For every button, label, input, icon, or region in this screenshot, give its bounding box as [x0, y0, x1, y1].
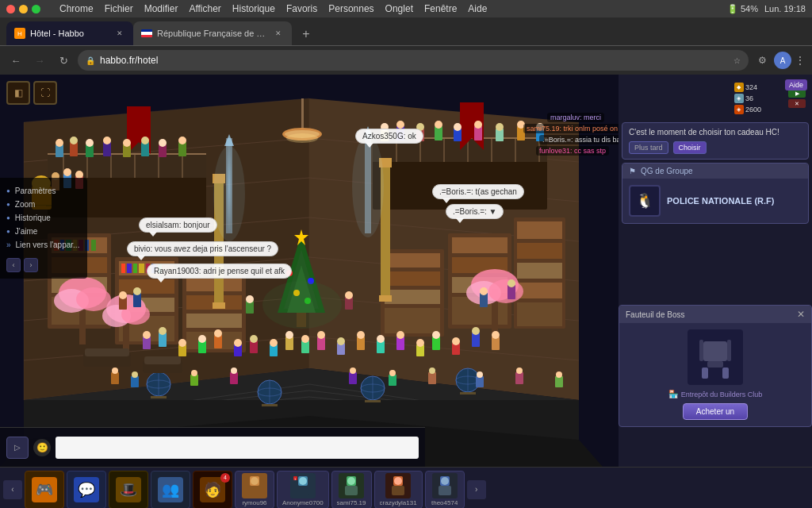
menu-personnes[interactable]: Personnes — [328, 3, 373, 14]
habbo-room[interactable]: ◧ ⛶ elsialsam: bonjour bivio: vous avez … — [0, 75, 619, 467]
taskbar-icon-1: 🎮 — [32, 477, 57, 502]
sidebar-prev[interactable]: ‹ — [6, 258, 21, 272]
star-icon[interactable]: ☆ — [733, 56, 741, 65]
extensions-icon[interactable]: ⚙ — [753, 52, 771, 69]
omnibar-right: ⚙ A ⋮ — [753, 52, 806, 69]
svg-rect-138 — [213, 302, 225, 309]
sidebar-zoom[interactable]: ● Zoom — [6, 198, 81, 211]
address-bar[interactable]: 🔒 habbo.fr/hotel ☆ — [78, 50, 749, 71]
hc-amount: 2600 — [745, 106, 761, 114]
titlebar-menu: Chrome Fichier Modifier Afficher Histori… — [59, 3, 487, 14]
tab-close-2[interactable]: ✕ — [273, 28, 284, 39]
svg-point-192 — [492, 331, 500, 339]
svg-point-160 — [198, 335, 206, 343]
taskbar-player-rymou96[interactable]: rymou96 — [235, 471, 274, 509]
taskbar-nav-left[interactable]: ‹ — [3, 480, 22, 499]
svg-rect-265 — [144, 356, 181, 364]
menu-chrome[interactable]: Chrome — [59, 3, 94, 14]
toggle-btn-2[interactable]: ⛶ — [33, 81, 57, 105]
boss-panel: Fauteuil de Boss ✕ 🏪 — [619, 305, 812, 427]
menu-historique[interactable]: Historique — [232, 3, 275, 14]
svg-rect-46 — [146, 264, 150, 273]
sidebar-historique[interactable]: ● Historique — [6, 211, 81, 225]
taskbar-player-sami[interactable]: sami75.19 — [331, 471, 372, 509]
qg-header: ⚑ QG de Groupe — [622, 164, 808, 179]
url-text: habbo.fr/hotel — [100, 55, 729, 66]
sidebar-next[interactable]: › — [24, 258, 38, 272]
toggle-btn-1[interactable]: ◧ — [6, 81, 30, 105]
menu-fenetre[interactable]: Fenêtre — [424, 3, 457, 14]
svg-point-194 — [119, 291, 127, 299]
toggle-buttons[interactable]: ◧ ⛶ — [6, 81, 57, 105]
svg-rect-67 — [517, 263, 562, 279]
taskbar-player-crazy[interactable]: crazydyla131 — [374, 471, 423, 509]
help-button[interactable]: Aide — [785, 79, 807, 90]
emoji-button[interactable]: 🙂 — [33, 439, 51, 456]
svg-point-216 — [141, 137, 149, 144]
svg-point-210 — [86, 139, 94, 147]
svg-rect-276 — [297, 486, 309, 495]
qg-panel: ⚑ QG de Groupe 🐧 POLICE NATIONALE (R.F) — [622, 163, 809, 224]
silver-currency: ◈ 36 — [734, 94, 761, 103]
qg-name: POLICE NATIONALE (R.F) — [667, 196, 774, 206]
svg-point-232 — [474, 121, 482, 129]
sidebar-label-historique: Historique — [15, 214, 51, 222]
close-btn[interactable] — [6, 5, 15, 13]
sidebar-label-parametres: Paramètres — [15, 187, 56, 195]
svg-rect-257 — [555, 376, 563, 387]
tab-hotel-habbo[interactable]: H Hôtel - Habbo ✕ — [6, 21, 133, 45]
taskbar-game-icon-1[interactable]: 🎮 — [25, 471, 64, 509]
chat-mode-button[interactable]: ▷ — [6, 437, 29, 459]
taskbar-game-icon-5[interactable]: 🧑 4 — [193, 471, 232, 509]
tab-france[interactable]: République Française de Habb... ✕ — [133, 21, 292, 45]
sidebar-jaime[interactable]: ● J'aime — [6, 225, 81, 238]
sidebar-lien[interactable]: » Lien vers l'appar... — [6, 238, 81, 252]
avatar-sami — [339, 473, 364, 498]
qg-body[interactable]: 🐧 POLICE NATIONALE (R.F) — [622, 179, 808, 223]
profile-button[interactable]: A — [774, 52, 791, 69]
menu-fichier[interactable]: Fichier — [105, 3, 133, 14]
action-btn-red[interactable]: ✕ — [788, 99, 806, 108]
taskbar-game-icon-3[interactable]: 🎩 — [109, 471, 148, 509]
minimize-btn[interactable] — [19, 5, 28, 13]
chat-input[interactable] — [56, 437, 419, 459]
menu-afficher[interactable]: Afficher — [189, 3, 220, 14]
new-tab-button[interactable]: + — [295, 23, 317, 45]
svg-rect-65 — [517, 221, 562, 239]
back-button[interactable]: ← — [6, 51, 25, 70]
menu-favoris[interactable]: Favoris — [286, 3, 317, 14]
boss-title: Fauteuil de Boss — [626, 310, 685, 319]
taskbar-player-theo[interactable]: theo4574 — [425, 471, 465, 509]
maximize-btn[interactable] — [32, 5, 40, 13]
traffic-lights[interactable] — [6, 5, 40, 13]
svg-point-184 — [416, 339, 424, 347]
sidebar-label-zoom: Zoom — [15, 200, 36, 209]
taskbar-nav-right[interactable]: › — [467, 480, 486, 499]
taskbar-game-icon-2[interactable]: 💬 — [67, 471, 106, 509]
buy-button[interactable]: Acheter un — [683, 403, 748, 420]
svg-rect-253 — [476, 376, 484, 387]
svg-rect-249 — [389, 375, 396, 386]
svg-point-176 — [337, 337, 345, 345]
taskbar-player-anonyme[interactable]: 1 Anonyme0700 — [277, 471, 329, 509]
reload-button[interactable]: ↻ — [54, 51, 73, 70]
silver-amount: 36 — [745, 94, 753, 102]
menu-modifier[interactable]: Modifier — [144, 3, 178, 14]
menu-aide[interactable]: Aide — [468, 3, 487, 14]
taskbar-game-icon-4[interactable]: 👥 — [151, 471, 190, 509]
menu-onglet[interactable]: Onglet — [385, 3, 413, 14]
boss-close-button[interactable]: ✕ — [797, 309, 805, 320]
svg-point-258 — [556, 371, 562, 378]
notif-later-button[interactable]: Plus tard — [629, 141, 668, 154]
game-area[interactable]: ◧ ⛶ elsialsam: bonjour bivio: vous avez … — [0, 75, 812, 467]
forward-button[interactable]: → — [30, 51, 49, 70]
france-flag — [141, 29, 152, 37]
svg-rect-141 — [379, 295, 392, 302]
svg-point-92 — [76, 287, 111, 311]
tab-close-1[interactable]: ✕ — [114, 28, 125, 39]
notif-choose-button[interactable]: Choisir — [673, 141, 707, 154]
hc-currency: ◈ 2600 — [734, 105, 761, 114]
chrome-menu-button[interactable]: ⋮ — [795, 54, 806, 67]
svg-point-166 — [250, 335, 258, 343]
sidebar-parametres[interactable]: ● Paramètres — [6, 184, 81, 198]
